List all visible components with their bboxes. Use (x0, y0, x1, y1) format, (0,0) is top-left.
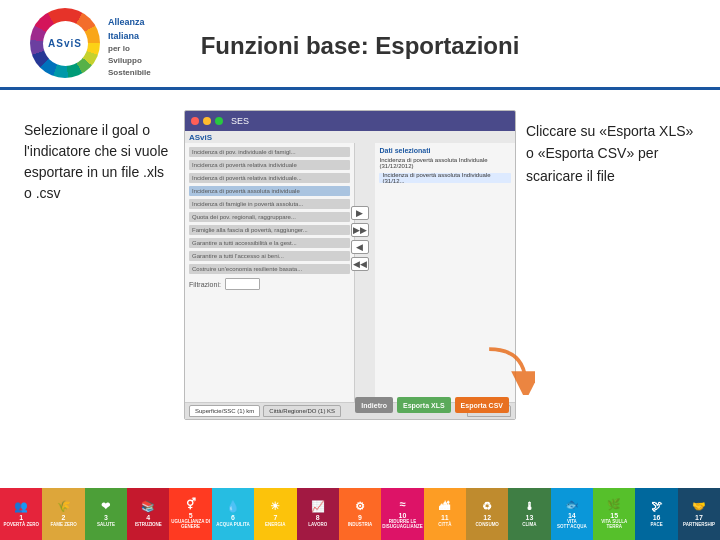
sdg-label-11: CITTÀ (438, 523, 451, 528)
sdg-label-7: ENERGIA (265, 523, 286, 528)
sdg-item-6[interactable]: 💧 6 ACQUA PULITA (212, 488, 254, 540)
sdg-item-11[interactable]: 🏙 11 CITTÀ (424, 488, 466, 540)
sdg-footer-bar: 👥 1 POVERTÀ ZERO 🌾 2 FAME ZERO ❤ 3 SALUT… (0, 488, 720, 540)
sdg-label-4: ISTRUZIONE (135, 523, 162, 528)
sdg-item-5[interactable]: ⚥ 5 UGUAGLIANZA DI GENERE (169, 488, 211, 540)
sdg-icon-14: 🐟 (565, 498, 579, 511)
filter-input[interactable] (225, 278, 260, 290)
sdg-label-6: ACQUA PULITA (216, 523, 250, 528)
arrow-left-btn[interactable]: ◀ (351, 240, 369, 254)
sdg-item-3[interactable]: ❤ 3 SALUTE (85, 488, 127, 540)
main-content: Selezionare il goal o l'indicatore che s… (0, 90, 720, 450)
arrow-double-left-btn[interactable]: ◀◀ (351, 257, 369, 271)
logo-full-text: Alleanza Italiana per lo Sviluppo Sosten… (108, 16, 160, 79)
logo-asvis-text: ASviS (48, 38, 82, 49)
mock-footer: Superficie/SSC (1) km Città/Regione/DO (… (185, 402, 515, 419)
header: ASviS Alleanza Italiana per lo Sviluppo … (0, 0, 720, 90)
mock-title-text: SES (231, 116, 249, 126)
sdg-item-17[interactable]: 🤝 17 PARTNERSHIP (678, 488, 720, 540)
sdg-item-4[interactable]: 📚 4 ISTRUZIONE (127, 488, 169, 540)
page-title: Funzioni base: Esportazioni (201, 32, 520, 59)
logo-line1: Alleanza Italiana (108, 16, 160, 43)
list-item[interactable]: Garantire a tutti l'accesso ai beni... (189, 251, 350, 261)
arrow-controls: ▶ ▶▶ ◀ ◀◀ (351, 206, 369, 271)
sdg-label-12: CONSUMO (475, 523, 499, 528)
logo-line2: per lo (108, 43, 160, 55)
right-panel-item: Incidenza di povertà assoluta Individual… (379, 173, 511, 183)
sdg-label-10: RIDURRE LE DISUGUAGLIANZE (382, 520, 423, 530)
sdg-icon-3: ❤ (101, 500, 110, 513)
right-panel-subtitle: Incidenza di povertà assoluta Individual… (379, 157, 511, 169)
sdg-icon-10: ≈ (399, 498, 405, 511)
sdg-icon-8: 📈 (311, 500, 325, 513)
curved-arrow (480, 340, 535, 395)
sdg-item-13[interactable]: 🌡 13 CLIMA (508, 488, 550, 540)
logo-line3: Sviluppo Sostenibile (108, 55, 160, 79)
back-button[interactable]: Indietro (355, 397, 393, 413)
list-item[interactable]: Costruire un'economia resiliente basata.… (189, 264, 350, 274)
sdg-item-2[interactable]: 🌾 2 FAME ZERO (42, 488, 84, 540)
sdg-item-14[interactable]: 🐟 14 VITA SOTT'ACQUA (551, 488, 593, 540)
sdg-icon-5: ⚥ (186, 498, 196, 511)
list-item[interactable]: Incidenza di povertà relativa individual… (189, 173, 350, 183)
list-item[interactable]: Incidenza di pov. individuale di famigl.… (189, 147, 350, 157)
mock-titlebar: SES (185, 111, 515, 131)
center-screenshot-mock: SES ASviS Incidenza di pov. individuale … (184, 110, 516, 420)
sdg-label-3: SALUTE (97, 523, 115, 528)
sdg-item-16[interactable]: 🕊 16 PACE (635, 488, 677, 540)
logo-area: ASviS Alleanza Italiana per lo Sviluppo … (30, 8, 160, 83)
sdg-icon-9: ⚙ (355, 500, 365, 513)
sdg-label-9: INDUSTRIA (348, 523, 373, 528)
sdg-icon-6: 💧 (226, 500, 240, 513)
list-item[interactable]: Quota dei pov. regionali, raggruppare... (189, 212, 350, 222)
right-instruction-text: Cliccare su «Esporta XLS» o «Esporta CSV… (526, 110, 696, 187)
list-item-selected[interactable]: Incidenza di povertà assoluta individual… (189, 186, 350, 196)
list-item[interactable]: Garantire a tutti accessibilità e la ges… (189, 238, 350, 248)
sdg-icon-7: ☀ (270, 500, 280, 513)
sdg-label-15: VITA SULLA TERRA (594, 520, 634, 530)
sdg-label-17: PARTNERSHIP (683, 523, 715, 528)
export-xls-button[interactable]: Esporta XLS (397, 397, 451, 413)
export-csv-button[interactable]: Esporta CSV (455, 397, 509, 413)
sdg-item-7[interactable]: ☀ 7 ENERGIA (254, 488, 296, 540)
sdg-icon-13: 🌡 (524, 500, 535, 513)
sdg-icon-2: 🌾 (57, 500, 71, 513)
sdg-label-13: CLIMA (522, 523, 536, 528)
asvis-small-logo: ASviS (189, 133, 212, 142)
sdg-icon-16: 🕊 (651, 500, 662, 513)
sdg-icon-12: ♻ (482, 500, 492, 513)
mock-left-panel: Incidenza di pov. individuale di famigl.… (185, 143, 355, 420)
left-instruction-text: Selezionare il goal o l'indicatore che s… (24, 110, 174, 204)
sdg-icon-15: 🌿 (607, 498, 621, 511)
sdg-item-9[interactable]: ⚙ 9 INDUSTRIA (339, 488, 381, 540)
sdg-icon-1: 👥 (14, 500, 28, 513)
arrow-double-right-btn[interactable]: ▶▶ (351, 223, 369, 237)
sdg-label-8: LAVORO (308, 523, 327, 528)
sdg-item-8[interactable]: 📈 8 LAVORO (297, 488, 339, 540)
sdg-item-15[interactable]: 🌿 15 VITA SULLA TERRA (593, 488, 635, 540)
mock-body: Incidenza di pov. individuale di famigl.… (185, 143, 515, 420)
sdg-item-1[interactable]: 👥 1 POVERTÀ ZERO (0, 488, 42, 540)
list-item[interactable]: Incidenza di famiglie in povertà assolut… (189, 199, 350, 209)
sdg-label-5: UGUAGLIANZA DI GENERE (170, 520, 210, 530)
sdg-item-10[interactable]: ≈ 10 RIDURRE LE DISUGUAGLIANZE (381, 488, 423, 540)
sdg-label-14: VITA SOTT'ACQUA (552, 520, 592, 530)
logo-circle: ASviS (30, 8, 100, 78)
sdg-icon-17: 🤝 (692, 500, 706, 513)
mock-action-buttons: Indietro Esporta XLS Esporta CSV (185, 397, 515, 413)
sdg-item-12[interactable]: ♻ 12 CONSUMO (466, 488, 508, 540)
sdg-label-1: POVERTÀ ZERO (3, 523, 39, 528)
sdg-icon-4: 📚 (141, 500, 155, 513)
sdg-label-16: PACE (650, 523, 662, 528)
arrow-right-btn[interactable]: ▶ (351, 206, 369, 220)
filter-label: Filtrazioni: (189, 281, 221, 288)
list-item[interactable]: Famiglie alla fascia di povertà, raggiun… (189, 225, 350, 235)
sdg-label-2: FAME ZERO (50, 523, 76, 528)
sdg-icon-11: 🏙 (439, 500, 450, 513)
list-item[interactable]: Incidenza di povertà relativa individual… (189, 160, 350, 170)
right-panel-title: Dati selezionati (379, 147, 511, 154)
logo-inner: ASviS (43, 21, 88, 66)
page-title-area: Funzioni base: Esportazioni (201, 32, 520, 60)
